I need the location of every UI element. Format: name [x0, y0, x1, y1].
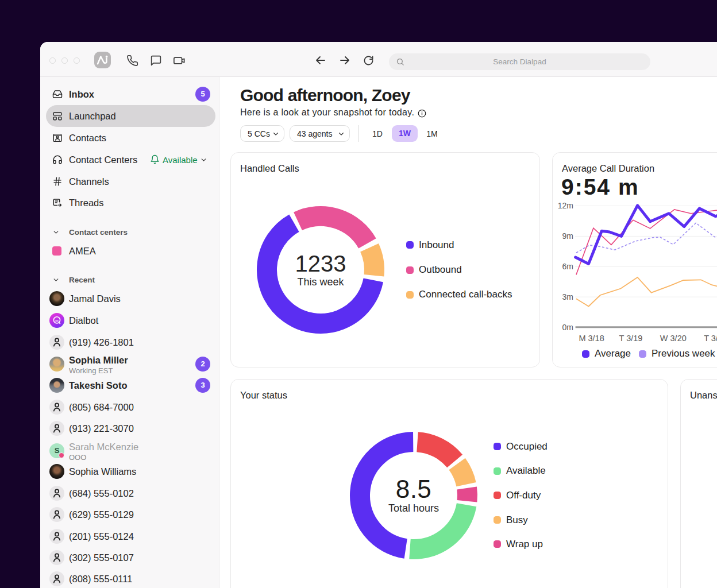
svg-text:12m: 12m	[558, 201, 573, 210]
svg-text:M 3/18: M 3/18	[579, 334, 604, 343]
svg-text:T 3/19: T 3/19	[619, 334, 643, 343]
svg-text:3m: 3m	[562, 292, 573, 301]
svg-text:6m: 6m	[562, 262, 573, 271]
svg-text:T 3/21: T 3/21	[704, 334, 717, 343]
svg-text:0m: 0m	[562, 323, 573, 332]
svg-text:9m: 9m	[562, 231, 573, 241]
svg-text:W 3/20: W 3/20	[660, 334, 687, 343]
